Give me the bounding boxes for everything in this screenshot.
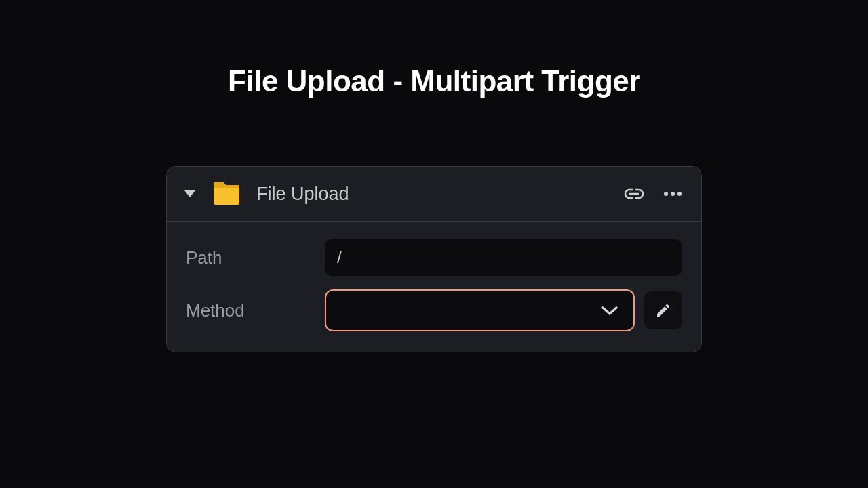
page-title: File Upload - Multipart Trigger: [0, 64, 868, 98]
svg-point-1: [664, 192, 668, 196]
chevron-down-icon: [601, 305, 618, 316]
svg-point-3: [677, 192, 682, 196]
link-icon: [624, 188, 644, 199]
method-edit-button[interactable]: [644, 291, 682, 329]
method-select[interactable]: [325, 289, 635, 331]
more-options-button[interactable]: [663, 191, 682, 197]
svg-point-2: [671, 192, 675, 196]
header-actions: [624, 188, 682, 199]
path-input[interactable]: [325, 239, 682, 276]
method-label: Method: [186, 300, 325, 321]
collapse-toggle[interactable]: [180, 184, 199, 203]
trigger-card: File Upload Path: [166, 166, 702, 352]
ellipsis-icon: [663, 191, 682, 197]
card-body: Path Method: [167, 222, 701, 352]
card-title: File Upload: [256, 184, 624, 205]
card-header: File Upload: [167, 167, 701, 222]
path-row: Path: [186, 239, 682, 276]
pencil-icon: [655, 302, 671, 319]
folder-icon: [212, 179, 241, 209]
path-label: Path: [186, 247, 325, 268]
method-row: Method: [186, 289, 682, 331]
caret-down-icon: [184, 190, 195, 197]
link-button[interactable]: [624, 188, 644, 199]
